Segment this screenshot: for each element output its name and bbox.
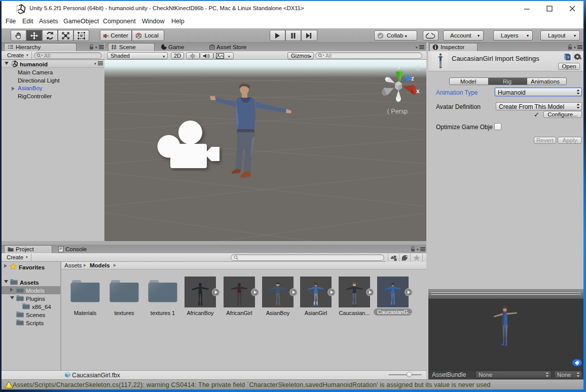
svg-text:y: y <box>397 63 401 69</box>
svg-text:x: x <box>416 88 420 95</box>
svg-text:?: ? <box>567 55 569 60</box>
svg-text:z: z <box>411 75 414 82</box>
